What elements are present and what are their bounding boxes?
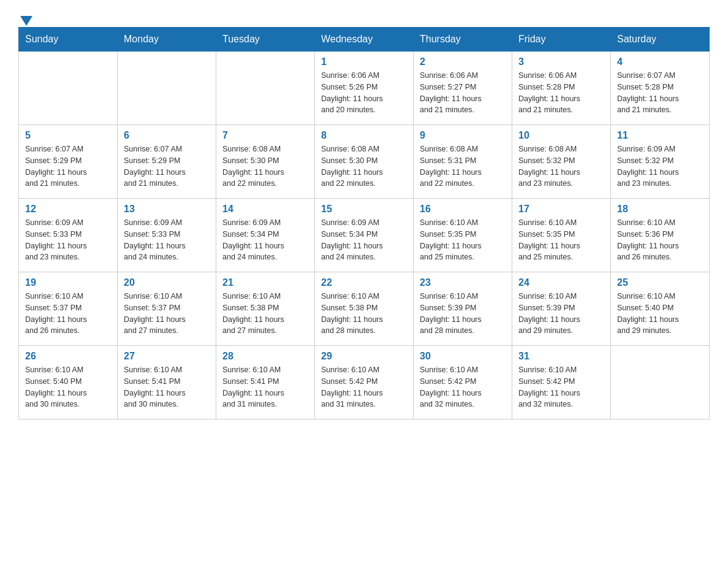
day-number: 3 xyxy=(518,56,604,67)
day-cell: 14Sunrise: 6:09 AM Sunset: 5:34 PM Dayli… xyxy=(216,199,315,272)
day-number: 15 xyxy=(321,204,407,215)
day-cell: 8Sunrise: 6:08 AM Sunset: 5:30 PM Daylig… xyxy=(315,125,414,199)
day-number: 26 xyxy=(25,351,111,362)
week-row-3: 19Sunrise: 6:10 AM Sunset: 5:37 PM Dayli… xyxy=(19,272,710,346)
day-info: Sunrise: 6:10 AM Sunset: 5:39 PM Dayligh… xyxy=(420,291,506,337)
week-row-0: 1Sunrise: 6:06 AM Sunset: 5:26 PM Daylig… xyxy=(19,52,710,125)
day-cell xyxy=(611,346,710,419)
day-cell: 26Sunrise: 6:10 AM Sunset: 5:40 PM Dayli… xyxy=(19,346,118,419)
day-cell: 9Sunrise: 6:08 AM Sunset: 5:31 PM Daylig… xyxy=(414,125,512,199)
day-number: 6 xyxy=(124,130,210,141)
logo xyxy=(18,12,32,21)
day-info: Sunrise: 6:10 AM Sunset: 5:40 PM Dayligh… xyxy=(617,291,703,337)
day-info: Sunrise: 6:07 AM Sunset: 5:29 PM Dayligh… xyxy=(25,144,111,190)
day-info: Sunrise: 6:09 AM Sunset: 5:33 PM Dayligh… xyxy=(124,217,210,263)
day-number: 13 xyxy=(124,204,210,215)
day-cell: 16Sunrise: 6:10 AM Sunset: 5:35 PM Dayli… xyxy=(414,199,512,272)
day-cell: 10Sunrise: 6:08 AM Sunset: 5:32 PM Dayli… xyxy=(512,125,611,199)
day-info: Sunrise: 6:09 AM Sunset: 5:34 PM Dayligh… xyxy=(222,217,308,263)
day-number: 29 xyxy=(321,351,407,362)
day-cell xyxy=(19,52,118,125)
day-number: 31 xyxy=(518,351,604,362)
day-number: 4 xyxy=(617,56,703,67)
day-number: 12 xyxy=(25,204,111,215)
day-number: 8 xyxy=(321,130,407,141)
day-cell: 17Sunrise: 6:10 AM Sunset: 5:35 PM Dayli… xyxy=(512,199,611,272)
day-info: Sunrise: 6:08 AM Sunset: 5:30 PM Dayligh… xyxy=(222,144,308,190)
day-number: 18 xyxy=(617,204,703,215)
day-cell: 25Sunrise: 6:10 AM Sunset: 5:40 PM Dayli… xyxy=(611,272,710,346)
day-cell xyxy=(118,52,216,125)
week-row-4: 26Sunrise: 6:10 AM Sunset: 5:40 PM Dayli… xyxy=(19,346,710,419)
header-cell-saturday: Saturday xyxy=(611,28,710,52)
day-info: Sunrise: 6:10 AM Sunset: 5:37 PM Dayligh… xyxy=(124,291,210,337)
header-cell-sunday: Sunday xyxy=(19,28,118,52)
day-number: 11 xyxy=(617,130,703,141)
day-info: Sunrise: 6:09 AM Sunset: 5:34 PM Dayligh… xyxy=(321,217,407,263)
day-info: Sunrise: 6:09 AM Sunset: 5:33 PM Dayligh… xyxy=(25,217,111,263)
day-cell: 3Sunrise: 6:06 AM Sunset: 5:28 PM Daylig… xyxy=(512,52,611,125)
day-info: Sunrise: 6:10 AM Sunset: 5:42 PM Dayligh… xyxy=(420,364,506,410)
header-row: SundayMondayTuesdayWednesdayThursdayFrid… xyxy=(19,28,710,52)
day-cell: 11Sunrise: 6:09 AM Sunset: 5:32 PM Dayli… xyxy=(611,125,710,199)
day-number: 20 xyxy=(124,277,210,288)
logo-triangle-icon xyxy=(20,16,32,26)
day-info: Sunrise: 6:08 AM Sunset: 5:31 PM Dayligh… xyxy=(420,144,506,190)
day-number: 10 xyxy=(518,130,604,141)
header-cell-tuesday: Tuesday xyxy=(216,28,315,52)
header-cell-thursday: Thursday xyxy=(414,28,512,52)
day-cell xyxy=(216,52,315,125)
day-cell: 23Sunrise: 6:10 AM Sunset: 5:39 PM Dayli… xyxy=(414,272,512,346)
header-cell-friday: Friday xyxy=(512,28,611,52)
day-info: Sunrise: 6:10 AM Sunset: 5:41 PM Dayligh… xyxy=(222,364,308,410)
day-cell: 21Sunrise: 6:10 AM Sunset: 5:38 PM Dayli… xyxy=(216,272,315,346)
day-number: 2 xyxy=(420,56,506,67)
week-row-2: 12Sunrise: 6:09 AM Sunset: 5:33 PM Dayli… xyxy=(19,199,710,272)
day-info: Sunrise: 6:10 AM Sunset: 5:35 PM Dayligh… xyxy=(420,217,506,263)
day-number: 16 xyxy=(420,204,506,215)
day-info: Sunrise: 6:10 AM Sunset: 5:38 PM Dayligh… xyxy=(222,291,308,337)
day-cell: 1Sunrise: 6:06 AM Sunset: 5:26 PM Daylig… xyxy=(315,52,414,125)
day-number: 30 xyxy=(420,351,506,362)
day-info: Sunrise: 6:09 AM Sunset: 5:32 PM Dayligh… xyxy=(617,144,703,190)
day-cell: 20Sunrise: 6:10 AM Sunset: 5:37 PM Dayli… xyxy=(118,272,216,346)
day-number: 25 xyxy=(617,277,703,288)
week-row-1: 5Sunrise: 6:07 AM Sunset: 5:29 PM Daylig… xyxy=(19,125,710,199)
day-info: Sunrise: 6:08 AM Sunset: 5:30 PM Dayligh… xyxy=(321,144,407,190)
day-number: 22 xyxy=(321,277,407,288)
day-cell: 18Sunrise: 6:10 AM Sunset: 5:36 PM Dayli… xyxy=(611,199,710,272)
day-number: 21 xyxy=(222,277,308,288)
day-number: 17 xyxy=(518,204,604,215)
day-cell: 19Sunrise: 6:10 AM Sunset: 5:37 PM Dayli… xyxy=(19,272,118,346)
day-number: 24 xyxy=(518,277,604,288)
day-number: 5 xyxy=(25,130,111,141)
page-header xyxy=(18,12,710,21)
header-cell-wednesday: Wednesday xyxy=(315,28,414,52)
day-info: Sunrise: 6:07 AM Sunset: 5:29 PM Dayligh… xyxy=(124,144,210,190)
day-number: 9 xyxy=(420,130,506,141)
day-info: Sunrise: 6:10 AM Sunset: 5:42 PM Dayligh… xyxy=(321,364,407,410)
day-info: Sunrise: 6:06 AM Sunset: 5:26 PM Dayligh… xyxy=(321,70,407,116)
day-cell: 28Sunrise: 6:10 AM Sunset: 5:41 PM Dayli… xyxy=(216,346,315,419)
calendar-table: SundayMondayTuesdayWednesdayThursdayFrid… xyxy=(18,27,710,419)
day-number: 19 xyxy=(25,277,111,288)
day-info: Sunrise: 6:10 AM Sunset: 5:36 PM Dayligh… xyxy=(617,217,703,263)
day-cell: 5Sunrise: 6:07 AM Sunset: 5:29 PM Daylig… xyxy=(19,125,118,199)
day-cell: 24Sunrise: 6:10 AM Sunset: 5:39 PM Dayli… xyxy=(512,272,611,346)
day-number: 28 xyxy=(222,351,308,362)
day-cell: 15Sunrise: 6:09 AM Sunset: 5:34 PM Dayli… xyxy=(315,199,414,272)
day-number: 7 xyxy=(222,130,308,141)
day-cell: 29Sunrise: 6:10 AM Sunset: 5:42 PM Dayli… xyxy=(315,346,414,419)
day-cell: 6Sunrise: 6:07 AM Sunset: 5:29 PM Daylig… xyxy=(118,125,216,199)
day-cell: 12Sunrise: 6:09 AM Sunset: 5:33 PM Dayli… xyxy=(19,199,118,272)
day-number: 14 xyxy=(222,204,308,215)
day-cell: 7Sunrise: 6:08 AM Sunset: 5:30 PM Daylig… xyxy=(216,125,315,199)
day-info: Sunrise: 6:10 AM Sunset: 5:41 PM Dayligh… xyxy=(124,364,210,410)
day-info: Sunrise: 6:06 AM Sunset: 5:27 PM Dayligh… xyxy=(420,70,506,116)
day-info: Sunrise: 6:10 AM Sunset: 5:37 PM Dayligh… xyxy=(25,291,111,337)
day-number: 1 xyxy=(321,56,407,67)
day-info: Sunrise: 6:10 AM Sunset: 5:42 PM Dayligh… xyxy=(518,364,604,410)
day-cell: 30Sunrise: 6:10 AM Sunset: 5:42 PM Dayli… xyxy=(414,346,512,419)
day-cell: 31Sunrise: 6:10 AM Sunset: 5:42 PM Dayli… xyxy=(512,346,611,419)
day-info: Sunrise: 6:10 AM Sunset: 5:38 PM Dayligh… xyxy=(321,291,407,337)
